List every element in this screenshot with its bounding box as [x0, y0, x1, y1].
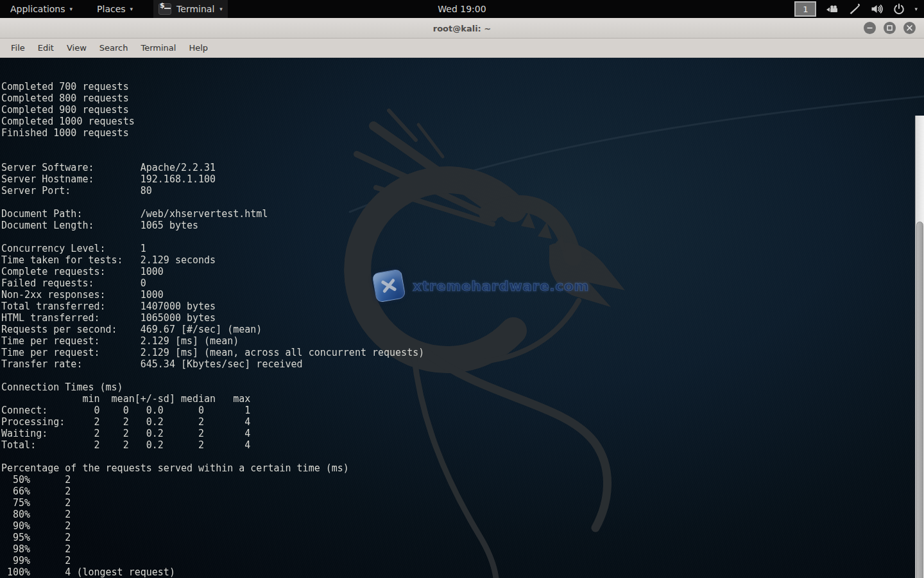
menu-view[interactable]: View — [60, 40, 93, 55]
terminal-scrollbar-thumb[interactable] — [916, 222, 923, 578]
close-button[interactable] — [903, 22, 916, 34]
window-titlebar[interactable]: root@kali: ~ — [0, 18, 924, 39]
terminal-app-menu[interactable]: $ Terminal ▾ — [153, 0, 228, 18]
window-title: root@kali: ~ — [0, 18, 924, 39]
terminal-viewport[interactable]: xtremehardware.com Completed 700 request… — [0, 58, 924, 578]
applications-menu-label: Applications — [10, 4, 65, 14]
menu-search[interactable]: Search — [93, 40, 135, 55]
terminal-output-area: Completed 700 requests Completed 800 req… — [1, 58, 424, 578]
terminal-output: Completed 700 requests Completed 800 req… — [1, 81, 424, 578]
watermark-text: xtremehardware.com — [413, 278, 589, 294]
chevron-down-icon[interactable]: ▾ — [914, 6, 918, 12]
menu-edit[interactable]: Edit — [31, 40, 60, 55]
volume-icon[interactable] — [871, 3, 884, 15]
menu-help[interactable]: Help — [182, 40, 214, 55]
places-menu[interactable]: Places ▾ — [93, 3, 137, 15]
places-menu-label: Places — [97, 4, 126, 14]
chevron-down-icon: ▾ — [130, 6, 133, 12]
terminal-app-menu-label: Terminal — [176, 4, 214, 14]
terminal-menubar: File Edit View Search Terminal Help — [0, 39, 924, 58]
chevron-down-icon: ▾ — [70, 6, 73, 12]
power-icon[interactable] — [893, 3, 905, 15]
workspace-indicator[interactable]: 1 — [794, 1, 816, 17]
maximize-icon — [886, 24, 893, 31]
pen-icon[interactable] — [848, 3, 861, 15]
terminal-scrollbar-track[interactable] — [915, 116, 924, 578]
top-bar: Applications ▾ Places ▾ $ Terminal ▾ Wed… — [0, 0, 924, 18]
minimize-icon — [866, 24, 873, 31]
system-tray: 1 — [794, 0, 918, 18]
menu-terminal[interactable]: Terminal — [134, 40, 182, 55]
minimize-button[interactable] — [864, 22, 876, 34]
menu-file[interactable]: File — [4, 40, 31, 55]
chevron-down-icon: ▾ — [219, 6, 223, 12]
clock[interactable]: Wed 19:00 — [438, 4, 486, 14]
applications-menu[interactable]: Applications ▾ — [6, 3, 76, 15]
close-icon — [906, 24, 913, 31]
camera-icon[interactable] — [826, 4, 839, 14]
maximize-button[interactable] — [884, 22, 896, 34]
desktop: Applications ▾ Places ▾ $ Terminal ▾ Wed… — [0, 0, 924, 578]
terminal-icon: $ — [158, 3, 171, 15]
